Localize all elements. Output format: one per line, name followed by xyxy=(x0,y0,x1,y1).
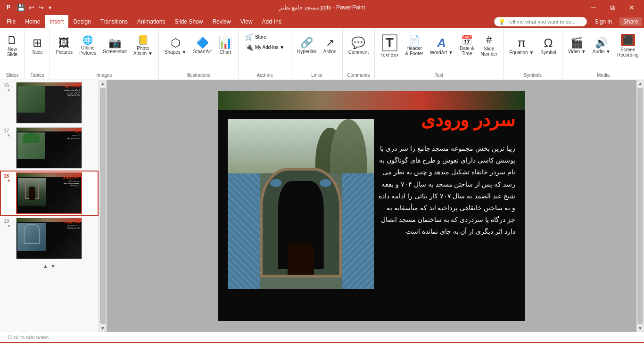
my-addins-label: My Add-ins ▼ xyxy=(255,45,284,50)
panel-scroll-down[interactable]: ▼ xyxy=(50,263,56,270)
action-btn[interactable]: ↗ Action xyxy=(321,30,339,61)
canvas-area: ▲ ▼ سردر ورودی xyxy=(99,80,644,332)
scroll-up-btn[interactable]: ▲ xyxy=(99,80,106,87)
video-btn[interactable]: 🎬 Video ▼ xyxy=(565,30,589,61)
menu-slideshow[interactable]: Slide Show xyxy=(170,15,207,28)
online-pictures-icon: 🌐 xyxy=(83,36,93,44)
my-addins-btn[interactable]: 🔌 My Add-ins ▼ xyxy=(243,42,286,52)
store-btn[interactable]: 🛒 Store xyxy=(243,32,286,41)
new-slide-icon: 🗋 xyxy=(7,34,18,46)
comment-label: Comment xyxy=(348,49,369,55)
textbox-btn[interactable]: T Text Box xyxy=(378,30,401,61)
menu-view[interactable]: View xyxy=(236,15,257,28)
online-pictures-btn[interactable]: 🌐 OnlinePictures xyxy=(76,30,99,61)
slide-img-16: آرامگاه شیخ آرامگاه شیخ عبدالصمد اصفهانی… xyxy=(16,82,82,123)
comments-group-label: Comments xyxy=(347,72,370,78)
menu-animations[interactable]: Animations xyxy=(132,15,170,28)
shapes-btn[interactable]: ⬡ Shapes ▼ xyxy=(162,30,190,61)
undo-btn[interactable]: ↩ xyxy=(28,3,35,12)
datetime-label: Date &Time xyxy=(460,46,474,56)
notes-bar[interactable]: Click to add notes xyxy=(0,332,644,342)
addins-group-label: Add-ins xyxy=(257,72,273,78)
audio-btn[interactable]: 🔊 Audio ▼ xyxy=(590,30,613,61)
slide-number-btn[interactable]: # SlideNumber xyxy=(478,30,501,61)
sign-in-btn[interactable]: Sign in xyxy=(591,18,616,25)
restore-btn[interactable]: ⧉ xyxy=(604,0,620,15)
header-footer-btn[interactable]: 📄 Header& Footer xyxy=(402,30,426,61)
photo-album-icon: 📒 xyxy=(137,35,149,45)
slide-img-19: سردر ورودی مسجد جامع نطنز بنای تاریخی ای… xyxy=(16,218,82,259)
symbol-icon: Ω xyxy=(544,37,553,49)
star-18: ★ xyxy=(7,179,10,183)
ribbon-group-images: 🖼 Pictures 🌐 OnlinePictures 📷 Screenshot… xyxy=(50,29,159,79)
menu-design[interactable]: Design xyxy=(68,15,95,28)
wordart-btn[interactable]: A WordArt ▼ xyxy=(427,30,456,61)
slide-thumb-19[interactable]: 19 ★ سردر ورودی مسجد جامع نطنز بنای تاری… xyxy=(0,216,99,261)
slide-num-19: 19 xyxy=(4,218,13,224)
window-title: مسجد جامع نطنز.pptx - PowerPoint xyxy=(279,4,365,11)
pictures-icon: 🖼 xyxy=(58,37,70,49)
screenshot-icon: 📷 xyxy=(108,38,121,48)
links-group-label: Links xyxy=(311,72,322,78)
equation-btn[interactable]: π Equation ▼ xyxy=(506,30,537,61)
window-controls: ─ ⧉ ✕ xyxy=(586,0,640,15)
qat-customize-btn[interactable]: ▼ xyxy=(47,4,53,11)
slide-thumb-16[interactable]: 16 ★ آرامگاه شیخ آرامگاه شیخ عبدالصمد اص… xyxy=(0,80,99,125)
illustrations-group-label: Illustrations xyxy=(187,72,211,78)
video-label: Video ▼ xyxy=(568,49,586,54)
equation-icon: π xyxy=(517,37,526,49)
comment-btn[interactable]: 💬 Comment xyxy=(346,30,372,61)
save-btn[interactable]: 💾 xyxy=(16,3,26,12)
menu-file[interactable]: File xyxy=(2,15,20,28)
sign-in-area: 💡 Sign in Share xyxy=(490,17,642,26)
symbol-btn[interactable]: Ω Symbol xyxy=(537,30,559,61)
new-slide-label: NewSlide xyxy=(7,47,17,57)
panel-scroll-up[interactable]: ▲ xyxy=(43,263,49,270)
slide-canvas[interactable]: سردر ورودی xyxy=(218,91,525,321)
ribbon-group-symbols: π Equation ▼ Ω Symbol Symbols xyxy=(504,29,562,79)
minimize-btn[interactable]: ─ xyxy=(586,0,602,15)
ribbon-group-comments: 💬 Comment Comments xyxy=(343,29,375,79)
chart-btn[interactable]: 📊 Chart xyxy=(215,30,235,61)
ribbon-content: 🗋 NewSlide Slides ⊞ Table Tables 🖼 Pictu xyxy=(0,28,644,80)
slide-thumb-18[interactable]: 18 ★ سردر ورودی زیبا ترین بخش مجموعه مسج… xyxy=(0,171,99,216)
slide-thumb-17[interactable]: 17 ★ گنبد گنبد خانقاه مسجد جامع نطنز xyxy=(0,125,99,171)
menu-addins[interactable]: Add-Ins xyxy=(257,15,286,28)
video-icon: 🎬 xyxy=(570,38,583,48)
tell-me-input[interactable] xyxy=(507,19,583,24)
photo-album-label: PhotoAlbum ▼ xyxy=(133,46,153,56)
menu-insert[interactable]: Insert xyxy=(45,15,68,28)
textbox-icon: T xyxy=(382,34,397,51)
action-label: Action xyxy=(323,49,337,54)
hyperlink-icon: 🔗 xyxy=(300,38,313,48)
screen-recording-label: ScreenRecording xyxy=(617,47,639,57)
table-btn[interactable]: ⊞ Table xyxy=(28,30,47,61)
hyperlink-btn[interactable]: 🔗 Hyperlink xyxy=(294,30,320,61)
menu-review[interactable]: Review xyxy=(207,15,235,28)
text-group-label: Text xyxy=(435,72,443,78)
table-icon: ⊞ xyxy=(33,37,42,49)
slide-title: سردر ورودی xyxy=(421,110,515,131)
screen-recording-btn[interactable]: ⬛ ScreenRecording xyxy=(614,30,642,61)
scroll-right-down-btn[interactable]: ▼ xyxy=(637,325,644,332)
header-footer-label: Header& Footer xyxy=(405,46,423,56)
share-btn[interactable]: Share xyxy=(619,17,642,26)
menu-bar: File Home Insert Design Transitions Anim… xyxy=(0,15,644,28)
scroll-right-thumb[interactable] xyxy=(637,88,643,324)
new-slide-btn[interactable]: 🗋 NewSlide xyxy=(3,30,22,61)
datetime-btn[interactable]: 📅 Date &Time xyxy=(457,30,477,61)
menu-transitions[interactable]: Transitions xyxy=(96,15,132,28)
scroll-right-up-btn[interactable]: ▲ xyxy=(637,80,644,87)
scroll-down-btn[interactable]: ▼ xyxy=(99,325,106,332)
pictures-btn[interactable]: 🖼 Pictures xyxy=(53,30,75,61)
screenshot-btn[interactable]: 📷 Screenshot xyxy=(100,30,130,61)
redo-btn[interactable]: ↪ xyxy=(37,3,45,12)
menu-home[interactable]: Home xyxy=(20,15,45,28)
close-btn[interactable]: ✕ xyxy=(623,0,640,15)
scroll-thumb[interactable] xyxy=(100,88,106,324)
smartart-btn[interactable]: 🔷 SmartArt xyxy=(190,30,214,61)
wordart-icon: A xyxy=(437,37,446,49)
comment-icon: 💬 xyxy=(351,37,365,49)
photo-album-btn[interactable]: 📒 PhotoAlbum ▼ xyxy=(131,30,156,61)
ribbon: 🗋 NewSlide Slides ⊞ Table Tables 🖼 Pictu xyxy=(0,28,644,80)
